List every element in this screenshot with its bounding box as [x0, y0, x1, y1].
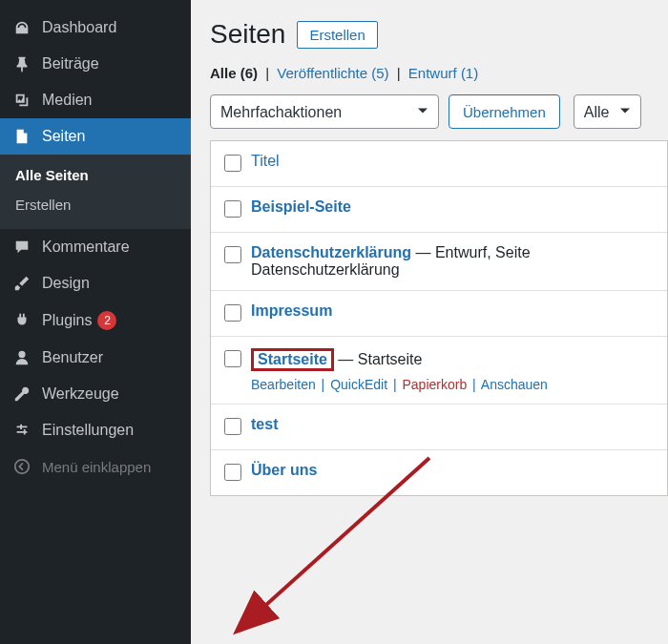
- wrench-icon: [11, 385, 32, 403]
- sidebar-item-comments[interactable]: Kommentare: [0, 229, 191, 265]
- page-link[interactable]: Beispiel-Seite: [251, 198, 351, 215]
- page-link[interactable]: Über uns: [251, 462, 317, 478]
- status-filters: Alle (6) | Veröffentlichte (5) | Entwurf…: [210, 65, 668, 81]
- bulk-select-wrap: Mehrfachaktionen: [210, 94, 439, 129]
- bulk-action-select[interactable]: Mehrfachaktionen: [210, 94, 439, 129]
- submenu-item-label: Erstellen: [15, 197, 71, 213]
- page-link[interactable]: Impressum: [251, 302, 332, 319]
- table-header: Titel: [211, 141, 667, 187]
- sidebar-item-settings[interactable]: Einstellungen: [0, 412, 191, 448]
- column-title[interactable]: Titel: [251, 153, 280, 169]
- row-checkbox[interactable]: [224, 246, 241, 263]
- create-button[interactable]: Erstellen: [297, 21, 377, 49]
- select-all-checkbox[interactable]: [224, 155, 241, 172]
- sidebar-item-media[interactable]: Medien: [0, 82, 191, 118]
- page-link[interactable]: Startseite: [258, 351, 327, 367]
- sidebar-item-pages[interactable]: Seiten: [0, 118, 191, 155]
- sidebar-item-tools[interactable]: Werkzeuge: [0, 376, 191, 412]
- comment-icon: [11, 239, 32, 256]
- submenu-item-create[interactable]: Erstellen: [0, 190, 191, 219]
- table-row: Datenschutzerklärung — Entwurf, Seite Da…: [211, 233, 667, 291]
- row-checkbox[interactable]: [224, 464, 241, 481]
- table-row: Startseite — Startseite Bearbeiten | Qui…: [211, 337, 667, 405]
- action-trash[interactable]: Papierkorb: [402, 377, 467, 392]
- filter-published[interactable]: Veröffentlichte (5): [277, 65, 392, 81]
- row-checkbox[interactable]: [224, 200, 241, 218]
- update-badge: 2: [97, 311, 116, 330]
- sidebar-item-label: Beiträge: [42, 55, 99, 73]
- date-filter-select[interactable]: Alle: [574, 94, 641, 129]
- date-select-wrap: Alle: [574, 94, 641, 129]
- sidebar-item-label: Benutzer: [42, 349, 103, 366]
- page-header: Seiten Erstellen: [210, 19, 668, 50]
- dashboard-icon: [11, 19, 32, 36]
- submenu-item-all-pages[interactable]: Alle Seiten: [0, 160, 191, 190]
- user-icon: [11, 349, 32, 366]
- separator: |: [393, 65, 405, 81]
- main-content: Seiten Erstellen Alle (6) | Veröffentlic…: [191, 0, 668, 644]
- table-nav: Mehrfachaktionen Übernehmen Alle: [210, 94, 668, 129]
- sidebar-item-label: Kommentare: [42, 239, 130, 256]
- plugin-icon: [11, 312, 32, 329]
- action-quickedit[interactable]: QuickEdit: [330, 377, 387, 392]
- sidebar-item-users[interactable]: Benutzer: [0, 340, 191, 376]
- filter-label: Veröffentlichte: [277, 65, 367, 81]
- page-title: Seiten: [210, 19, 285, 50]
- filter-count: (5): [371, 65, 388, 81]
- filter-draft[interactable]: Entwurf (1): [408, 65, 478, 81]
- sidebar-item-label: Einstellungen: [42, 422, 134, 439]
- sidebar-item-label: Werkzeuge: [42, 385, 119, 403]
- row-checkbox[interactable]: [224, 350, 241, 367]
- separator: |: [261, 65, 273, 81]
- table-row: test: [211, 405, 667, 450]
- sidebar-item-dashboard[interactable]: Dashboard: [0, 10, 191, 46]
- filter-label: Entwurf: [408, 65, 457, 81]
- page-icon: [11, 128, 32, 145]
- collapse-label: Menü einklappen: [42, 459, 151, 475]
- row-checkbox[interactable]: [224, 418, 241, 435]
- page-state-suffix: — Startseite: [334, 351, 422, 367]
- action-view[interactable]: Anschauen: [481, 377, 548, 392]
- page-link[interactable]: Datenschutzerklärung: [251, 244, 411, 260]
- submenu-item-label: Alle Seiten: [15, 167, 89, 183]
- table-row: Impressum: [211, 291, 667, 337]
- separator: |: [391, 377, 399, 392]
- sidebar-item-label: Medien: [42, 92, 92, 109]
- table-row: Über uns: [211, 450, 667, 495]
- action-edit[interactable]: Bearbeiten: [251, 377, 316, 392]
- sidebar-item-plugins[interactable]: Plugins 2: [0, 301, 191, 340]
- sidebar-item-posts[interactable]: Beiträge: [0, 46, 191, 82]
- pages-table: Titel Beispiel-Seite Datenschutzerklärun…: [210, 140, 668, 496]
- collapse-icon: [11, 458, 32, 475]
- separator: |: [320, 377, 327, 392]
- annotation-highlight: Startseite: [251, 348, 334, 371]
- pin-icon: [11, 55, 32, 73]
- admin-sidebar: Dashboard Beiträge Medien Seiten Alle Se…: [0, 0, 191, 644]
- sidebar-item-label: Design: [42, 275, 90, 292]
- row-actions: Bearbeiten | QuickEdit | Papierkorb | An…: [251, 377, 654, 392]
- apply-button[interactable]: Übernehmen: [449, 94, 560, 129]
- filter-all[interactable]: Alle (6): [210, 65, 261, 81]
- table-row: Beispiel-Seite: [211, 187, 667, 233]
- page-link[interactable]: test: [251, 416, 278, 432]
- sidebar-item-appearance[interactable]: Design: [0, 265, 191, 301]
- filter-count: (1): [461, 65, 478, 81]
- filter-count: (6): [240, 65, 258, 81]
- collapse-menu[interactable]: Menü einklappen: [0, 448, 191, 485]
- media-icon: [11, 92, 32, 109]
- sidebar-submenu-pages: Alle Seiten Erstellen: [0, 155, 191, 229]
- settings-icon: [11, 422, 32, 439]
- sidebar-item-label: Dashboard: [42, 19, 116, 36]
- svg-point-0: [15, 460, 29, 473]
- filter-label: Alle: [210, 65, 237, 81]
- sidebar-item-label: Plugins: [42, 312, 92, 329]
- separator: |: [470, 377, 478, 392]
- sidebar-item-label: Seiten: [42, 128, 85, 145]
- row-checkbox[interactable]: [224, 304, 241, 322]
- brush-icon: [11, 275, 32, 292]
